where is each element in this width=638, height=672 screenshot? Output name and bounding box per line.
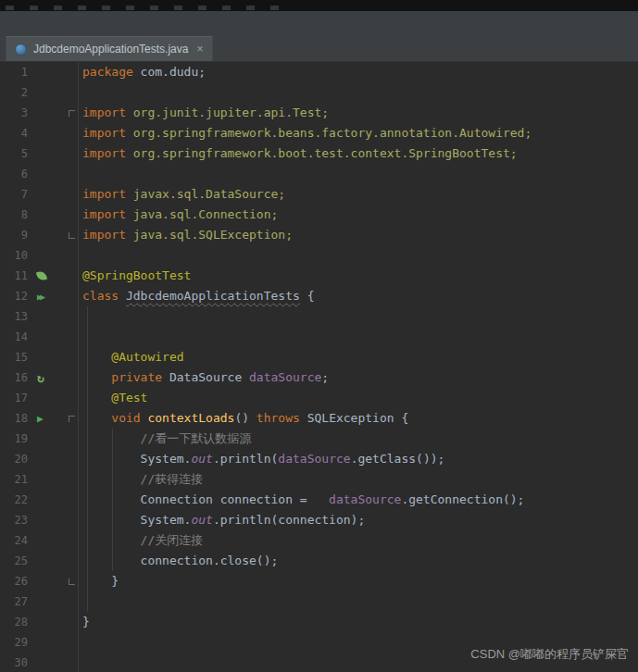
- line-number: 3: [0, 103, 28, 123]
- gutter: 23: [0, 510, 79, 530]
- code-segment: ;: [321, 370, 329, 384]
- code-text[interactable]: [79, 632, 82, 653]
- gutter: 2: [0, 82, 79, 103]
- line-number: 12: [0, 286, 28, 306]
- editor-line[interactable]: 9import java.sql.SQLException;: [0, 225, 638, 245]
- code-segment: .println(connection);: [213, 513, 365, 527]
- editor-line[interactable]: 24 //关闭连接: [0, 530, 638, 551]
- line-number: 8: [0, 205, 28, 225]
- code-text[interactable]: import java.sql.Connection;: [79, 205, 278, 225]
- code-segment: System.: [82, 513, 191, 527]
- code-segment: @Test: [111, 391, 147, 404]
- line-number: 6: [0, 164, 28, 184]
- editor-line[interactable]: 20 System.out.println(dataSource.getClas…: [0, 449, 638, 469]
- editor-line[interactable]: 25 connection.close();: [0, 551, 638, 571]
- gutter: 21: [0, 469, 79, 490]
- code-text[interactable]: class JdbcdemoApplicationTests {: [79, 286, 314, 306]
- gutter: 20: [0, 449, 79, 469]
- editor-line[interactable]: 8import java.sql.Connection;: [0, 205, 638, 225]
- editor-line[interactable]: 28}: [0, 612, 638, 632]
- editor-line[interactable]: 13: [0, 306, 638, 327]
- code-text[interactable]: System.out.println(connection);: [79, 510, 365, 530]
- gutter: 7: [0, 184, 79, 205]
- code-text[interactable]: Connection connection = dataSource.getCo…: [79, 490, 524, 510]
- code-text[interactable]: import javax.sql.DataSource;: [79, 184, 285, 205]
- code-text[interactable]: [79, 164, 82, 184]
- code-segment: {: [300, 289, 315, 303]
- code-text[interactable]: System.out.println(dataSource.getClass()…: [79, 449, 444, 469]
- code-segment: private: [111, 370, 162, 384]
- editor-line[interactable]: 27: [0, 591, 638, 612]
- code-segment: org.junit.jupiter.api.Test;: [126, 106, 329, 119]
- editor-line[interactable]: 18 void contextLoads() throws SQLExcepti…: [0, 408, 638, 429]
- tab-close-icon[interactable]: ×: [196, 44, 203, 55]
- editor-line[interactable]: 4import org.springframework.beans.factor…: [0, 123, 638, 143]
- editor-line[interactable]: 17 @Test: [0, 388, 638, 408]
- editor-line[interactable]: 19 //看一下默认数据源: [0, 429, 638, 449]
- code-text[interactable]: [79, 306, 82, 327]
- code-editor[interactable]: 1package com.dudu;23import org.junit.jup…: [0, 62, 638, 672]
- code-segment: dataSource: [249, 370, 321, 384]
- code-text[interactable]: }: [79, 571, 119, 591]
- code-text[interactable]: import org.springframework.boot.test.con…: [79, 143, 518, 164]
- code-segment: out: [191, 513, 212, 527]
- gutter: 29: [0, 632, 79, 653]
- line-number: 24: [0, 530, 28, 551]
- editor-line[interactable]: 22 Connection connection = dataSource.ge…: [0, 490, 638, 510]
- code-text[interactable]: void contextLoads() throws SQLException …: [79, 408, 408, 429]
- editor-line[interactable]: 11@SpringBootTest: [0, 266, 638, 286]
- code-text[interactable]: [79, 327, 82, 347]
- code-text[interactable]: connection.close();: [79, 551, 278, 571]
- code-text[interactable]: [79, 591, 82, 612]
- fold-marker-start[interactable]: [69, 110, 75, 117]
- code-text[interactable]: @SpringBootTest: [79, 266, 191, 286]
- gutter: 3: [0, 103, 79, 123]
- code-segment: throws: [256, 411, 300, 425]
- editor-line[interactable]: 3import org.junit.jupiter.api.Test;: [0, 103, 638, 123]
- run-class-icon[interactable]: [37, 285, 43, 307]
- editor-line[interactable]: 7import javax.sql.DataSource;: [0, 184, 638, 205]
- editor-line[interactable]: 10: [0, 245, 638, 266]
- editor-line[interactable]: 6: [0, 164, 638, 184]
- editor-line[interactable]: 12class JdbcdemoApplicationTests {: [0, 286, 638, 306]
- code-text[interactable]: [79, 653, 82, 672]
- fold-marker-end[interactable]: [69, 579, 75, 585]
- gutter: 12: [0, 286, 79, 306]
- editor-line[interactable]: 5import org.springframework.boot.test.co…: [0, 143, 638, 164]
- code-text[interactable]: package com.dudu;: [79, 62, 206, 82]
- code-text[interactable]: //看一下默认数据源: [79, 429, 251, 449]
- tab-jdbcdemo-application-tests[interactable]: JdbcdemoApplicationTests.java ×: [6, 36, 213, 61]
- editor-line[interactable]: 1package com.dudu;: [0, 62, 638, 82]
- gutter: 30: [0, 653, 79, 672]
- code-text[interactable]: private DataSource dataSource;: [79, 367, 329, 388]
- spring-bean-icon[interactable]: [37, 367, 44, 388]
- code-text[interactable]: }: [79, 612, 90, 632]
- editor-line[interactable]: 23 System.out.println(connection);: [0, 510, 638, 530]
- code-text[interactable]: import java.sql.SQLException;: [79, 225, 293, 245]
- indent-guide: [87, 306, 88, 612]
- run-method-icon[interactable]: [37, 407, 44, 429]
- line-number: 20: [0, 449, 28, 469]
- code-text[interactable]: @Test: [79, 388, 147, 408]
- editor-line[interactable]: 2: [0, 82, 638, 103]
- editor-line[interactable]: 21 //获得连接: [0, 469, 638, 490]
- code-segment: dataSource: [329, 492, 401, 506]
- gutter: 1: [0, 62, 79, 82]
- gutter: 15: [0, 347, 79, 367]
- code-text[interactable]: import org.junit.jupiter.api.Test;: [79, 103, 329, 123]
- editor-tab-bar: JdbcdemoApplicationTests.java ×: [0, 11, 638, 62]
- code-text[interactable]: @Autowired: [79, 347, 184, 367]
- code-text[interactable]: //关闭连接: [79, 530, 203, 551]
- code-text[interactable]: //获得连接: [79, 469, 203, 490]
- editor-line[interactable]: 15 @Autowired: [0, 347, 638, 367]
- code-text[interactable]: import org.springframework.beans.factory…: [79, 123, 532, 143]
- editor-line[interactable]: 26 }: [0, 571, 638, 591]
- code-segment: JdbcdemoApplicationTests: [126, 289, 300, 303]
- editor-line[interactable]: 14: [0, 327, 638, 347]
- fold-marker-start[interactable]: [69, 416, 75, 422]
- spring-leaf-icon[interactable]: [36, 270, 47, 281]
- editor-line[interactable]: 16 private DataSource dataSource;: [0, 367, 638, 388]
- fold-marker-end[interactable]: [69, 232, 75, 239]
- code-text[interactable]: [79, 245, 82, 266]
- code-text[interactable]: [79, 82, 82, 103]
